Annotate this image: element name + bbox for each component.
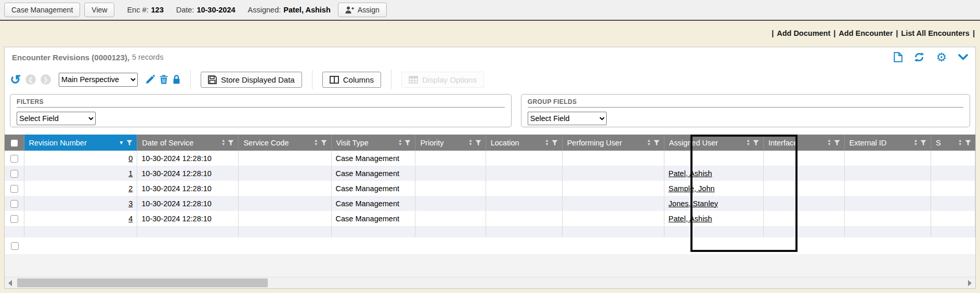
- edit-pencil-icon[interactable]: [146, 75, 155, 84]
- filter-icon[interactable]: [552, 140, 558, 146]
- filters-row: FILTERS Select Field GROUP FIELDS Select…: [10, 94, 970, 127]
- sort-icon[interactable]: ▲▼: [827, 139, 831, 146]
- save-icon: [208, 75, 217, 84]
- cell-assigned-user: Patel, Ashish: [664, 166, 763, 181]
- sort-icon[interactable]: ▲▼: [398, 139, 402, 146]
- cell-external-id: [844, 211, 931, 226]
- row-checkbox[interactable]: [10, 155, 18, 163]
- sort-icon[interactable]: ▲▼: [914, 139, 918, 146]
- sort-icon[interactable]: ▲▼: [314, 139, 318, 146]
- column-label: Performing User: [567, 139, 645, 147]
- refresh-icon[interactable]: [914, 52, 924, 62]
- assigned-user-link[interactable]: Sample, John: [669, 184, 715, 193]
- revision-number-link[interactable]: 0: [128, 154, 133, 163]
- column-header-location[interactable]: Location▲▼: [486, 135, 562, 151]
- filter-icon[interactable]: [321, 140, 327, 146]
- case-management-button[interactable]: Case Management: [4, 3, 80, 17]
- undo-icon[interactable]: ↺: [10, 73, 21, 86]
- row-checkbox[interactable]: [10, 170, 18, 178]
- sort-icon[interactable]: ▲▼: [746, 139, 750, 146]
- column-header-s[interactable]: S▲▼: [931, 135, 975, 151]
- sort-desc-icon[interactable]: ▼: [119, 140, 124, 145]
- enc-value: 123: [151, 6, 164, 14]
- sort-icon[interactable]: ▲▼: [545, 139, 548, 146]
- previous-perspective-icon[interactable]: ❮: [25, 74, 36, 85]
- sort-icon[interactable]: ▲▼: [958, 139, 962, 146]
- assign-button[interactable]: Assign: [338, 3, 387, 17]
- filter-icon[interactable]: [965, 140, 971, 146]
- column-label: External ID: [850, 139, 911, 147]
- column-label: Priority: [420, 139, 466, 147]
- column-header-performing-user[interactable]: Performing User▲▼: [562, 135, 664, 151]
- store-displayed-data-button[interactable]: Store Displayed Data: [201, 72, 302, 88]
- row-checkbox[interactable]: [10, 200, 18, 208]
- filter-icon[interactable]: [475, 140, 481, 146]
- grid-toolbar: ↺ ❮ ❯ Main Perspective: [5, 67, 975, 92]
- filters-field-select[interactable]: Select Field: [17, 112, 96, 125]
- column-header-date-of-service[interactable]: Date of Service▲▼: [137, 135, 239, 151]
- sort-icon[interactable]: ▲▼: [468, 139, 472, 146]
- link-separator: |: [772, 29, 774, 37]
- filter-icon[interactable]: [654, 140, 660, 146]
- filter-icon[interactable]: [404, 140, 411, 146]
- perspective-select[interactable]: Main Perspective: [59, 73, 138, 87]
- add-encounter-link[interactable]: Add Encounter: [839, 29, 893, 37]
- column-header-visit-type[interactable]: Visit Type▲▼: [331, 135, 415, 151]
- cell-location: [486, 151, 562, 166]
- cell-date-of-service: 10-30-2024 12:28:10: [137, 211, 239, 226]
- filter-icon[interactable]: [753, 140, 759, 146]
- row-checkbox[interactable]: [10, 185, 18, 193]
- new-document-icon[interactable]: [894, 52, 903, 62]
- columns-button[interactable]: Columns: [322, 72, 381, 88]
- revision-number-link[interactable]: 2: [128, 184, 133, 193]
- person-add-icon: [345, 6, 354, 14]
- sort-icon[interactable]: ▲▼: [647, 139, 650, 146]
- encounter-revisions-table-wrap: Revision Number▼Date of Service▲▼Service…: [5, 135, 975, 254]
- filter-icon[interactable]: [920, 140, 926, 146]
- revision-number-link[interactable]: 3: [128, 199, 133, 208]
- display-options-button[interactable]: Display Options: [401, 72, 484, 88]
- column-header-external-id[interactable]: External ID▲▼: [844, 135, 931, 151]
- chevron-down-icon[interactable]: [958, 54, 968, 60]
- cell-priority: [415, 166, 486, 181]
- row-checkbox[interactable]: [10, 215, 18, 223]
- lock-icon[interactable]: [173, 75, 180, 84]
- column-header-assigned-user[interactable]: Assigned User▲▼: [664, 135, 763, 151]
- cell-priority: [415, 196, 486, 211]
- sort-icon[interactable]: ▲▼: [221, 139, 225, 146]
- assigned-user-link[interactable]: Patel, Ashish: [669, 169, 712, 178]
- add-document-link[interactable]: Add Document: [777, 29, 830, 37]
- scroll-spacer: [5, 254, 975, 277]
- cell-performing-user: [562, 181, 664, 196]
- gear-icon[interactable]: ⚙: [936, 52, 947, 62]
- next-perspective-icon[interactable]: ❯: [41, 74, 51, 85]
- delete-trash-icon[interactable]: [160, 75, 168, 84]
- group-fields-select[interactable]: Select Field: [528, 112, 607, 125]
- assigned-user-link[interactable]: Patel, Ashish: [669, 215, 712, 223]
- scroll-right-arrow-icon[interactable]: [968, 280, 972, 286]
- scroll-left-arrow-icon[interactable]: [8, 280, 12, 286]
- revision-number-link[interactable]: 4: [128, 215, 133, 223]
- date-group: Date: 10-30-2024: [176, 6, 236, 14]
- column-header-revision-number[interactable]: Revision Number▼: [24, 135, 137, 151]
- column-header-service-code[interactable]: Service Code▲▼: [239, 135, 331, 151]
- empty-cell: [137, 226, 239, 237]
- column-header-priority[interactable]: Priority▲▼: [415, 135, 486, 151]
- select-all-checkbox[interactable]: [11, 140, 18, 146]
- horizontal-scrollbar[interactable]: [5, 277, 975, 288]
- filter-icon[interactable]: [228, 140, 234, 146]
- list-all-encounters-link[interactable]: List All Encounters: [901, 29, 970, 37]
- filter-icon[interactable]: [126, 140, 133, 146]
- cell-s: [931, 211, 975, 226]
- assigned-user-link[interactable]: Jones, Stanley: [669, 199, 718, 208]
- row-select-cell: [5, 151, 24, 166]
- row-select-cell: [5, 211, 24, 226]
- filter-icon[interactable]: [834, 140, 840, 146]
- group-fields-label: GROUP FIELDS: [528, 98, 963, 108]
- grid-icon: [409, 76, 418, 84]
- footer-row-checkbox[interactable]: [11, 242, 19, 250]
- view-button[interactable]: View: [84, 3, 114, 17]
- revision-number-link[interactable]: 1: [128, 169, 133, 178]
- scrollbar-thumb[interactable]: [17, 278, 268, 287]
- column-header-interface[interactable]: Interface▲▼: [763, 135, 844, 151]
